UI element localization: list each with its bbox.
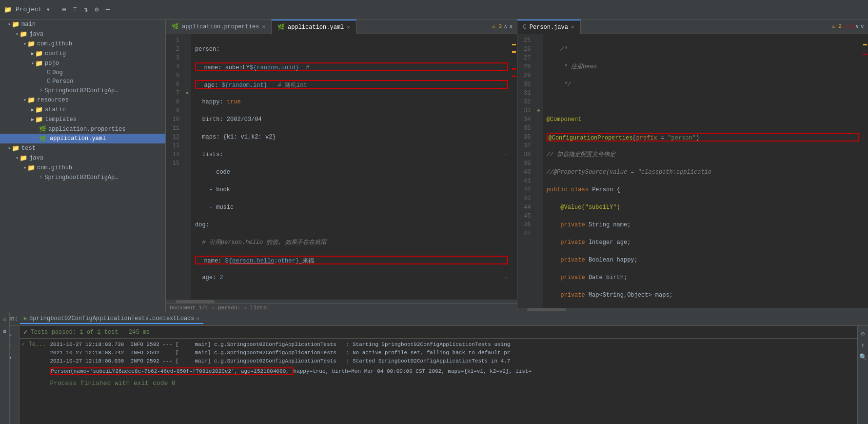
yaml-file-icon: 🌿	[39, 135, 46, 142]
java-line-33: public class Person {	[547, 185, 860, 194]
yaml-line-numbers: 12345 678910 1112131415	[166, 34, 183, 300]
java-file-icon-springboot: ⚡	[39, 87, 42, 94]
terminal-icon[interactable]: ⊟	[3, 316, 6, 323]
side-strip-icon-1[interactable]: ⚙	[861, 330, 865, 338]
sidebar-label-test-com: com.github	[37, 164, 72, 171]
tab-label-props: application.properties	[182, 23, 259, 30]
expand-arrow-pojo: ▾	[31, 61, 34, 66]
run-tab-close[interactable]: ✕	[197, 315, 200, 322]
finish-text: Process finished with exit code 0	[50, 380, 175, 387]
sidebar-item-app-props[interactable]: 🌿 application.properties	[0, 124, 165, 134]
settings-left-icon[interactable]: ⚙	[3, 328, 6, 335]
minimize-icon[interactable]: —	[104, 4, 112, 15]
java-line-35: private String name;	[547, 221, 860, 229]
yaml-line-2: name: subeiLY${random.uuid} #	[195, 62, 508, 71]
yaml-line-9: - book	[195, 185, 508, 194]
tab-close-java[interactable]: ✕	[571, 24, 574, 30]
sidebar-label-app-yaml: application.yaml	[48, 135, 107, 142]
java-file-icon-person: C	[47, 78, 50, 85]
error-badge-java: ⚠ 2	[844, 23, 853, 30]
java-scrollbar[interactable]	[517, 308, 868, 312]
yaml-status-text: Document 1/1 › person: › lists:	[170, 305, 270, 311]
tab-person-java[interactable]: C Person.java ✕	[517, 20, 581, 34]
sidebar-item-java[interactable]: ▾ 📁 java	[0, 29, 165, 39]
yaml-scrollbar[interactable]	[166, 300, 517, 303]
sidebar-item-main[interactable]: ▾ 📁 main	[0, 20, 165, 29]
sidebar-item-springboot-test[interactable]: ⚡ Springboot02ConfigAp…	[0, 173, 165, 182]
run-icon-tab: ▶	[24, 315, 27, 322]
folder-icon-test-java: 📁	[20, 154, 27, 162]
run-toolbar-check[interactable]: ✓	[23, 328, 27, 336]
settings-icon[interactable]: ⚙	[93, 4, 100, 15]
java-code-editor[interactable]: 2526272829 3031323334 3536373839 4041424…	[517, 34, 868, 308]
tab-run[interactable]: ▶ Springboot02ConfigApplicationTests.con…	[20, 314, 203, 324]
run-content: ▶ ✓ » ✓ Tests passed: 1 of 1 test – 245 …	[0, 326, 868, 424]
sort-icon[interactable]: ⇅	[82, 4, 90, 15]
java-line-25: /*	[547, 45, 860, 54]
java-scrollbar-thumb[interactable]	[527, 308, 566, 311]
sidebar-item-test-com[interactable]: ▾ 📁 com.github	[0, 163, 165, 173]
yaml-line-7: lists:—	[195, 150, 508, 159]
folder-icon-test: 📁	[12, 144, 20, 152]
tab-app-properties[interactable]: 🌿 application.properties ✕	[166, 20, 272, 34]
expand-arrow-static: ▶	[31, 107, 34, 113]
yaml-line-11: dog:	[195, 221, 508, 229]
expand-arrow-config: ▶	[31, 51, 34, 57]
java-line-31: // 加载指定配置文件绑定	[547, 150, 860, 159]
yaml-line-8: - code	[195, 168, 508, 177]
sidebar-item-templates[interactable]: ▶ 📁 templates	[0, 115, 165, 124]
sidebar-item-springboot-main[interactable]: ⚡ Springboot02ConfigAp…	[0, 86, 165, 95]
expand-arrow-test-java: ▾	[16, 155, 19, 161]
java-line-38: private Date birth;	[547, 273, 860, 282]
sidebar: ▾ 📁 main ▾ 📁 java ▾ 📁 com.github ▶ 📁 con…	[0, 20, 166, 312]
test-result-text: Tests passed: 1 of 1 test – 245 ms	[30, 329, 150, 336]
yaml-scrollbar-thumb[interactable]	[176, 300, 215, 303]
sidebar-item-test-java[interactable]: ▾ 📁 java	[0, 153, 165, 163]
tab-close-props[interactable]: ✕	[262, 23, 265, 30]
warning-badge-java: ⚠ 2	[832, 23, 842, 30]
folder-icon-main: 📁	[12, 20, 20, 28]
project-title: 📁 Project ▾	[4, 4, 52, 15]
folder-icon-project: 📁	[4, 6, 12, 14]
sidebar-item-config[interactable]: ▶ 📁 config	[0, 49, 165, 59]
sidebar-item-pojo[interactable]: ▾ 📁 pojo	[0, 59, 165, 68]
yaml-minimap	[512, 34, 517, 300]
yaml-status-bar: Document 1/1 › person: › lists:	[166, 303, 517, 312]
tab-close-yaml[interactable]: ✕	[347, 24, 350, 30]
sidebar-item-dog[interactable]: C Dog	[0, 68, 165, 77]
folder-icon-test-com: 📁	[27, 164, 35, 172]
sidebar-label-test: test	[21, 145, 36, 152]
side-strip-icon-3[interactable]: 🔍	[859, 353, 867, 361]
java-editor-panel: C Person.java ✕ ⚠ 2 ⚠ 2 ∧ ∨ 2526272829 3…	[517, 20, 868, 312]
yaml-code-editor[interactable]: 12345 678910 1112131415 ◆	[166, 34, 517, 300]
main-area: ▾ 📁 main ▾ 📁 java ▾ 📁 com.github ▶ 📁 con…	[0, 20, 868, 312]
sidebar-item-person[interactable]: C Person	[0, 77, 165, 86]
sidebar-label-dog: Dog	[52, 69, 63, 76]
java-line-34: @Value("subeiLY")	[547, 203, 860, 212]
navigate-down-yaml[interactable]: ∨	[509, 23, 513, 30]
add-icon[interactable]: ⊕	[60, 4, 68, 15]
tab-app-yaml[interactable]: 🌿 application.yaml ✕	[272, 20, 356, 34]
yaml-line-10: - music	[195, 203, 508, 212]
java-line-37: private Boolean happy;	[547, 256, 860, 264]
dropdown-arrow-icon[interactable]: ▾	[44, 4, 52, 15]
list-icon[interactable]: ≡	[71, 4, 79, 15]
sidebar-item-resources[interactable]: ▾ 📁 resources	[0, 95, 165, 105]
sidebar-label-test-java: java	[29, 155, 43, 162]
expand-arrow-templates: ▶	[31, 117, 34, 122]
tab-label-java: Person.java	[530, 24, 568, 31]
expand-arrow-main: ▾	[8, 21, 11, 27]
java-line-32: //@PropertySource(value = "classpath:app…	[547, 168, 860, 177]
navigate-up-java[interactable]: ∧	[855, 23, 859, 30]
sidebar-item-static[interactable]: ▶ 📁 static	[0, 105, 165, 115]
side-strip-icon-2[interactable]: ⬆	[861, 342, 865, 349]
java-gutter: ◆	[535, 34, 543, 308]
expand-arrow-java: ▾	[16, 31, 19, 37]
sidebar-item-com-github[interactable]: ▾ 📁 com.github	[0, 39, 165, 49]
left-bottom-strip: ⊟ ⚙	[0, 312, 10, 424]
sidebar-item-test[interactable]: ▾ 📁 test	[0, 143, 165, 153]
warning-badge-yaml: ⚠ 3	[492, 23, 502, 30]
navigate-down-java[interactable]: ∨	[861, 23, 864, 30]
sidebar-item-app-yaml[interactable]: 🌿 application.yaml	[0, 134, 165, 143]
navigate-up-yaml[interactable]: ∧	[504, 23, 507, 30]
